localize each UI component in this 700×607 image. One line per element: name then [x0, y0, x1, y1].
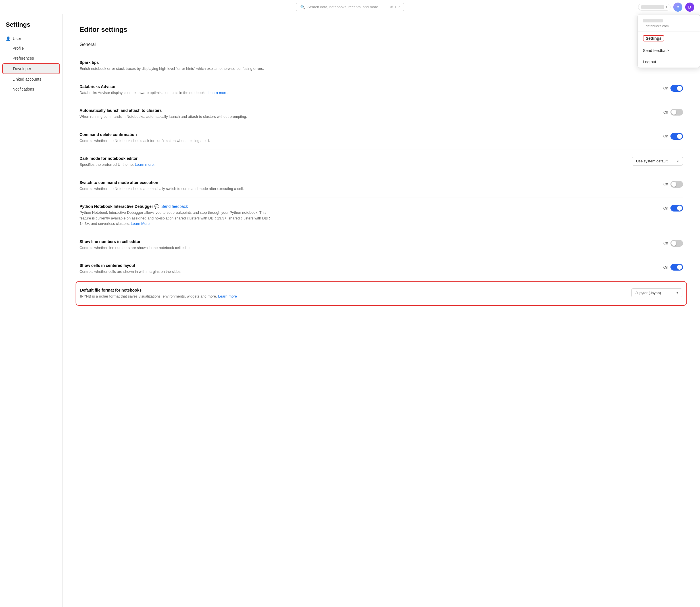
dropdown-item-settings[interactable]: Settings	[638, 32, 700, 45]
chevron-down-icon: ▾	[666, 5, 667, 9]
search-placeholder: Search data, notebooks, recents, and mor…	[307, 5, 381, 9]
setting-name-python-debugger: Python Notebook Interactive Debugger 💬 S…	[80, 204, 273, 209]
setting-row-spark-tips: Spark tips Enrich notebook error stack t…	[80, 54, 683, 78]
user-icon: 👤	[6, 36, 11, 41]
centered-layout-toggle[interactable]	[671, 264, 683, 271]
setting-desc-command-mode: Controls whether the Notebook should aut…	[80, 186, 273, 192]
setting-control-dark-mode: Use system default... ▾	[632, 156, 683, 166]
setting-control-command-delete: On	[663, 132, 683, 140]
command-mode-toggle[interactable]	[671, 181, 683, 188]
setting-desc-python-debugger: Python Notebook Interactive Debugger all…	[80, 210, 273, 227]
dropdown-header: ...databricks.com	[638, 15, 700, 32]
dropdown-item-log-out[interactable]: Log out	[638, 56, 700, 67]
dark-mode-learn-more-link[interactable]: Learn more.	[135, 162, 155, 167]
setting-name-command-mode: Switch to command mode after execution	[80, 180, 273, 185]
setting-info-auto-launch: Automatically launch and attach to clust…	[80, 108, 273, 120]
setting-name-spark-tips: Spark tips	[80, 60, 273, 65]
command-delete-label: On	[663, 134, 668, 138]
setting-name-default-file-format: Default file format for notebooks	[80, 288, 273, 292]
databricks-advisor-learn-more-link[interactable]: Learn more.	[208, 90, 228, 95]
setting-name-databricks-advisor: Databricks Advisor	[80, 84, 273, 89]
centered-layout-label: On	[663, 265, 668, 269]
setting-name-auto-launch: Automatically launch and attach to clust…	[80, 108, 273, 113]
line-numbers-label: Off	[663, 241, 668, 245]
setting-desc-dark-mode: Specifies the preferred UI theme. Learn …	[80, 162, 273, 168]
command-mode-label: Off	[663, 182, 668, 186]
setting-control-auto-launch: Off	[663, 108, 683, 116]
setting-info-command-mode: Switch to command mode after execution C…	[80, 180, 273, 192]
auto-launch-toggle[interactable]	[671, 109, 683, 116]
section-title: General	[80, 42, 683, 47]
sidebar-item-linked-accounts[interactable]: Linked accounts	[2, 75, 60, 84]
python-debugger-learn-more-link[interactable]: Learn More	[131, 222, 149, 226]
setting-control-command-mode: Off	[663, 180, 683, 188]
setting-control-line-numbers: Off	[663, 239, 683, 247]
python-debugger-toggle[interactable]	[671, 205, 683, 211]
setting-info-dark-mode: Dark mode for notebook editor Specifies …	[80, 156, 273, 168]
setting-info-default-file-format: Default file format for notebooks IPYNB …	[80, 288, 273, 299]
sidebar-title: Settings	[0, 21, 62, 34]
setting-row-python-debugger: Python Notebook Interactive Debugger 💬 S…	[80, 198, 683, 233]
dropdown-item-send-feedback[interactable]: Send feedback	[638, 45, 700, 56]
feedback-icon: 💬	[154, 204, 159, 209]
setting-desc-default-file-format: IPYNB is a richer format that saves visu…	[80, 294, 273, 299]
python-debugger-label: On	[663, 206, 668, 210]
toggle-knob	[677, 134, 682, 139]
user-dropdown-overlay: ...databricks.com Settings Send feedback…	[638, 14, 700, 68]
sparkle-icon: ✦	[676, 4, 680, 9]
setting-info-centered-layout: Show cells in centered layout Controls w…	[80, 263, 273, 275]
setting-info-line-numbers: Show line numbers in cell editor Control…	[80, 239, 273, 251]
main-content: Editor settings General Spark tips Enric…	[62, 14, 700, 607]
toggle-knob	[677, 265, 682, 270]
sidebar-item-developer[interactable]: Developer	[2, 63, 60, 74]
avatar[interactable]: D	[685, 3, 694, 12]
sidebar-item-profile[interactable]: Profile	[2, 43, 60, 53]
sidebar-item-preferences[interactable]: Preferences	[2, 54, 60, 63]
line-numbers-toggle[interactable]	[671, 240, 683, 247]
setting-desc-databricks-advisor: Databricks Advisor displays context-awar…	[80, 90, 273, 96]
sidebar-user-section: 👤 User	[0, 34, 62, 43]
search-shortcut: ⌘ + P	[390, 5, 400, 9]
toggle-knob	[671, 110, 676, 115]
search-box[interactable]: 🔍 Search data, notebooks, recents, and m…	[296, 3, 404, 12]
setting-desc-command-delete: Controls whether the Notebook should ask…	[80, 138, 273, 144]
setting-desc-line-numbers: Controls whether line numbers are shown …	[80, 245, 273, 251]
toggle-knob	[677, 86, 682, 91]
python-debugger-feedback-link[interactable]: Send feedback	[161, 204, 188, 209]
layout: Settings 👤 User Profile Preferences Deve…	[0, 14, 700, 607]
setting-info-python-debugger: Python Notebook Interactive Debugger 💬 S…	[80, 204, 273, 227]
databricks-advisor-label: On	[663, 86, 668, 90]
setting-name-dark-mode: Dark mode for notebook editor	[80, 156, 273, 161]
setting-row-line-numbers: Show line numbers in cell editor Control…	[80, 233, 683, 257]
setting-row-dark-mode: Dark mode for notebook editor Specifies …	[80, 150, 683, 174]
setting-row-default-file-format: Default file format for notebooks IPYNB …	[76, 281, 687, 306]
user-chip[interactable]: ▾	[638, 4, 671, 11]
user-chip-label	[641, 5, 664, 9]
setting-info-spark-tips: Spark tips Enrich notebook error stack t…	[80, 60, 273, 71]
setting-info-command-delete: Command delete confirmation Controls whe…	[80, 132, 273, 144]
setting-row-auto-launch: Automatically launch and attach to clust…	[80, 102, 683, 126]
sparkle-button[interactable]: ✦	[673, 3, 682, 12]
setting-row-databricks-advisor: Databricks Advisor Databricks Advisor di…	[80, 78, 683, 102]
sidebar-item-notifications[interactable]: Notifications	[2, 84, 60, 94]
databricks-advisor-toggle[interactable]	[671, 85, 683, 92]
command-delete-toggle[interactable]	[671, 133, 683, 140]
toggle-knob	[677, 206, 682, 211]
setting-row-command-mode: Switch to command mode after execution C…	[80, 174, 683, 198]
setting-desc-auto-launch: When running commands in Notebooks, auto…	[80, 114, 273, 120]
toggle-knob	[671, 182, 676, 187]
setting-name-command-delete: Command delete confirmation	[80, 132, 273, 137]
top-bar: 🔍 Search data, notebooks, recents, and m…	[0, 0, 700, 14]
default-file-format-learn-more-link[interactable]: Learn more	[218, 294, 237, 298]
setting-control-default-file-format: Jupyter (.ipynb) ▾	[631, 288, 682, 297]
setting-control-centered-layout: On	[663, 263, 683, 271]
auto-launch-label: Off	[663, 110, 668, 114]
search-icon: 🔍	[300, 5, 305, 9]
setting-info-databricks-advisor: Databricks Advisor Databricks Advisor di…	[80, 84, 273, 96]
dropdown-email	[643, 19, 695, 23]
setting-row-centered-layout: Show cells in centered layout Controls w…	[80, 257, 683, 281]
sidebar: Settings 👤 User Profile Preferences Deve…	[0, 14, 62, 607]
setting-row-command-delete: Command delete confirmation Controls whe…	[80, 126, 683, 150]
dark-mode-dropdown[interactable]: Use system default... ▾	[632, 157, 683, 166]
default-file-format-dropdown[interactable]: Jupyter (.ipynb) ▾	[631, 289, 682, 297]
